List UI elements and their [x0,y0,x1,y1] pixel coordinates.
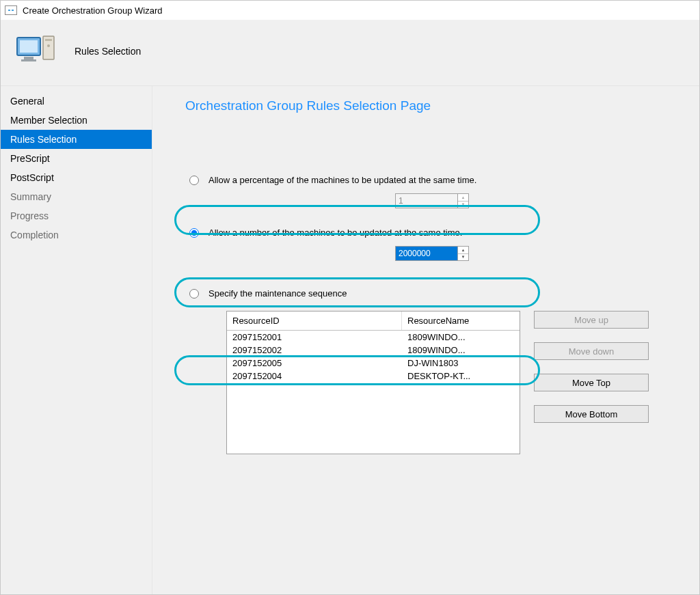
svg-rect-0 [8,10,10,11]
number-step-down-icon[interactable]: ▼ [458,254,468,261]
move-up-button: Move up [534,311,649,329]
nav-completion[interactable]: Completion [1,225,152,245]
nav-progress[interactable]: Progress [1,206,152,225]
number-step-up-icon[interactable]: ▲ [458,247,468,254]
number-spinner[interactable]: ▲ ▼ [395,246,469,261]
svg-rect-3 [20,40,38,53]
table-row[interactable]: 2097152005 DJ-WIN1803 [227,357,520,370]
cell-id: 2097152004 [227,370,402,383]
cell-name: DJ-WIN1803 [402,357,520,370]
move-bottom-button[interactable]: Move Bottom [534,405,649,423]
svg-rect-4 [24,57,33,59]
window-title: Create Orchestration Group Wizard [23,5,162,16]
option-percent-label: Allow a percentage of the machines to be… [208,175,476,185]
system-menu-icon[interactable] [5,5,17,15]
cell-id: 2097152001 [227,331,402,344]
option-number-label: Allow a number of the machines to be upd… [208,227,462,238]
percent-step-up-icon[interactable]: ▲ [458,194,468,202]
titlebar: Create Orchestration Group Wizard [1,1,699,20]
nav-member-selection[interactable]: Member Selection [1,111,152,130]
table-row[interactable]: 2097152001 1809WINDO... [227,331,520,344]
percent-spinner[interactable]: ▲ ▼ [395,193,469,208]
move-top-button[interactable]: Move Top [534,374,649,391]
table-row[interactable]: 2097152004 DESKTOP-KT... [227,370,520,383]
col-resource-id[interactable]: ResourceID [227,312,402,330]
content-area: Orchestration Group Rules Selection Page… [152,86,699,594]
nav-summary[interactable]: Summary [1,187,152,206]
option-sequence-radio[interactable] [189,289,199,299]
cell-id: 2097152002 [227,344,402,357]
col-resource-name[interactable]: ResourceName [402,312,520,330]
option-percent-row: Allow a percentage of the machines to be… [185,175,679,185]
cell-name: DESKTOP-KT... [402,370,520,383]
percent-input[interactable] [396,194,457,208]
nav-prescript[interactable]: PreScript [1,149,152,168]
wizard-icon [14,32,58,70]
percent-step-down-icon[interactable]: ▼ [458,202,468,208]
svg-rect-1 [12,10,14,11]
nav-general[interactable]: General [1,92,152,111]
cell-id: 2097152005 [227,357,402,370]
wizard-window: Create Orchestration Group Wizard Rules … [0,0,700,595]
sequence-table[interactable]: ResourceID ResourceName 2097152001 1809W… [226,311,520,454]
option-number-radio[interactable] [189,228,199,238]
cell-name: 1809WINDO... [402,344,520,357]
svg-point-8 [47,44,50,47]
option-sequence-label: Specify the maintenance sequence [208,288,347,299]
nav-rules-selection[interactable]: Rules Selection [1,130,152,149]
page-title: Orchestration Group Rules Selection Page [185,98,679,113]
header-step-label: Rules Selection [75,46,141,57]
nav-postscript[interactable]: PostScript [1,168,152,187]
number-input[interactable] [396,247,457,260]
table-row[interactable]: 2097152002 1809WINDO... [227,344,520,357]
option-percent-radio[interactable] [189,176,199,185]
cell-name: 1809WINDO... [402,331,520,344]
move-down-button: Move down [534,342,649,360]
svg-rect-5 [21,59,36,61]
wizard-header: Rules Selection [1,20,699,86]
svg-rect-7 [45,39,52,41]
nav-sidebar: General Member Selection Rules Selection… [1,86,152,594]
option-sequence-row: Specify the maintenance sequence [185,288,679,299]
option-number-row: Allow a number of the machines to be upd… [185,227,679,238]
